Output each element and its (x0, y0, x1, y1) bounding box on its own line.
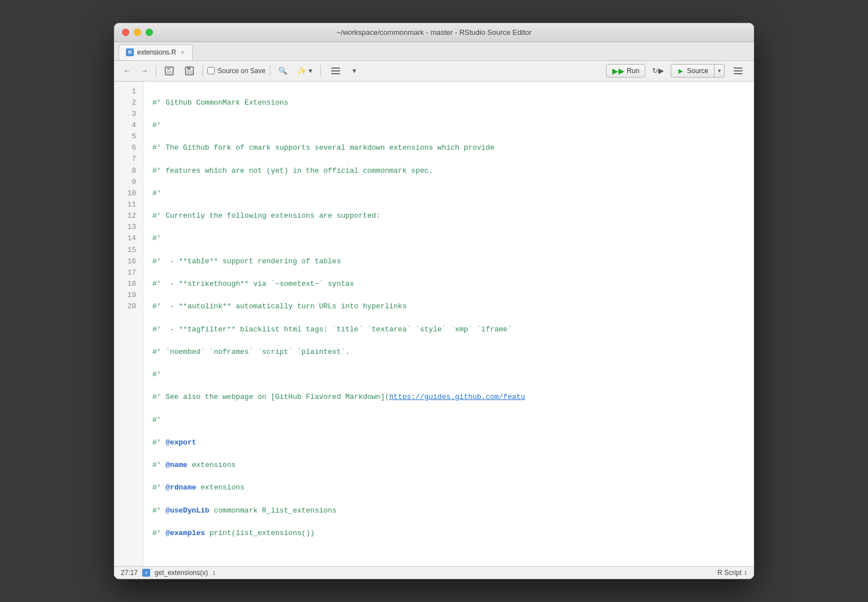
line-num-13: 13 (114, 222, 143, 233)
lines-icon (329, 65, 342, 77)
code-line-12: #' `noembed` `noframes` `script` `plaint… (152, 347, 754, 358)
separator-2 (202, 65, 203, 77)
source-on-save-label[interactable]: Source on Save (207, 67, 265, 75)
source-button[interactable]: ► Source (671, 64, 715, 78)
line-num-15: 15 (114, 245, 143, 256)
line-numbers: 1 2 3 4 5 6 7 8 9 10 11 12 13 14 15 16 1… (114, 82, 143, 567)
rerun-button[interactable]: ↻▶ (649, 65, 667, 77)
code-line-20: #' @examples print(list_extensions()) (152, 528, 754, 539)
menu-button[interactable] (728, 64, 748, 78)
editor-toolbar: ← → Source on Save 🔍 ✨ ▾ (114, 61, 754, 82)
code-line-14: #' See also the webpage on [GitHub Flavo… (152, 392, 754, 403)
line-num-7: 7 (114, 154, 143, 165)
status-right: R Script ↕ (717, 569, 747, 577)
rstudio-window: ~/workspace/commonmark - master - RStudi… (114, 23, 754, 580)
svg-rect-4 (187, 67, 191, 70)
line-num-16: 16 (114, 256, 143, 267)
minimize-button[interactable] (134, 29, 141, 36)
status-bar: 27:17 f get_extensions(x) ↕ R Script ↕ (114, 566, 754, 579)
svg-rect-2 (166, 71, 172, 74)
close-button[interactable] (122, 29, 129, 36)
source-on-save-checkbox[interactable] (207, 67, 215, 74)
code-line-10: #' - **autolink** automatically turn URL… (152, 301, 754, 312)
code-line-4: #' features which are not (yet) in the o… (152, 165, 754, 177)
forward-button[interactable]: → (137, 65, 151, 77)
script-type-arrows: ↕ (744, 569, 747, 577)
dropdown-button[interactable]: ▾ (349, 65, 360, 77)
code-line-17: #' @name extensions (152, 460, 754, 471)
source-arrow-icon: ► (677, 66, 685, 75)
function-name: get_extensions(x) (155, 569, 208, 577)
line-num-9: 9 (114, 177, 143, 188)
script-type: R Script (717, 569, 742, 577)
line-num-4: 4 (114, 120, 143, 131)
line-num-6: 6 (114, 142, 143, 154)
title-bar: ~/workspace/commonmark - master - RStudi… (114, 23, 754, 42)
line-num-11: 11 (114, 199, 143, 210)
source-dropdown-button[interactable]: ▾ (715, 64, 725, 78)
code-line-5: #' (152, 188, 754, 199)
line-num-17: 17 (114, 267, 143, 278)
separator-3 (270, 65, 270, 77)
code-line-16: #' @export (152, 437, 754, 448)
code-line-18: #' @rdname extensions (152, 482, 754, 493)
wand-button[interactable]: ✨ ▾ (294, 65, 316, 77)
source-label: Source (687, 67, 708, 75)
func-dropdown-icon: ↕ (213, 569, 216, 577)
run-arrow-icon: ▶▶ (612, 66, 625, 75)
line-num-3: 3 (114, 109, 143, 120)
code-line-3: #' The Github fork of cmark supports sev… (152, 142, 754, 154)
code-line-2: #' (152, 120, 754, 131)
code-line-8: #' - **table** support rendering of tabl… (152, 256, 754, 267)
code-line-13: #' (152, 369, 754, 380)
code-line-15: #' (152, 415, 754, 426)
save-button[interactable] (161, 64, 178, 78)
separator-4 (320, 65, 321, 77)
status-left: 27:17 f get_extensions(x) ↕ (121, 569, 216, 577)
run-label: Run (627, 67, 639, 75)
run-button[interactable]: ▶▶ Run (606, 64, 645, 78)
source-on-save-text: Source on Save (218, 67, 265, 75)
line-num-2: 2 (114, 97, 143, 109)
tab-bar: R extensions.R × (114, 42, 754, 61)
floppy-button[interactable] (181, 64, 198, 78)
code-line-9: #' - **strikethough** via `~sometext~` s… (152, 278, 754, 290)
file-tab-label: extensions.R (137, 48, 176, 56)
source-button-group: ► Source ▾ (671, 64, 725, 78)
line-num-1: 1 (114, 86, 143, 97)
code-line-11: #' - **tagfilter** blacklist html tags: … (152, 324, 754, 335)
line-num-8: 8 (114, 165, 143, 177)
code-line-19: #' @useDynLib commonmark R_list_extensio… (152, 505, 754, 516)
back-button[interactable]: ← (120, 65, 134, 77)
func-icon: f (142, 569, 150, 577)
svg-rect-1 (167, 67, 170, 70)
tab-close-button[interactable]: × (179, 49, 185, 56)
traffic-lights (122, 29, 153, 36)
maximize-button[interactable] (146, 29, 153, 36)
code-line-1: #' Github CommonMark Extensions (152, 97, 754, 109)
line-num-10: 10 (114, 188, 143, 199)
file-tab-icon: R (126, 48, 134, 56)
line-num-19: 19 (114, 290, 143, 301)
line-num-20: 20 (114, 301, 143, 312)
line-num-12: 12 (114, 210, 143, 222)
menu-icon (731, 65, 745, 77)
code-editor[interactable]: 1 2 3 4 5 6 7 8 9 10 11 12 13 14 15 16 1… (114, 82, 754, 567)
svg-rect-5 (187, 71, 192, 74)
separator-1 (156, 65, 156, 77)
code-line-6: #' Currently the following extensions ar… (152, 210, 754, 222)
window-title: ~/workspace/commonmark - master - RStudi… (336, 28, 531, 37)
search-button[interactable]: 🔍 (275, 65, 291, 77)
line-num-14: 14 (114, 233, 143, 244)
cursor-position: 27:17 (121, 569, 138, 577)
file-tab[interactable]: R extensions.R × (119, 44, 193, 60)
code-text[interactable]: #' Github CommonMark Extensions #' #' Th… (143, 82, 754, 567)
line-num-5: 5 (114, 131, 143, 142)
lines-button[interactable] (326, 64, 346, 78)
line-num-18: 18 (114, 278, 143, 290)
code-line-7: #' (152, 233, 754, 244)
